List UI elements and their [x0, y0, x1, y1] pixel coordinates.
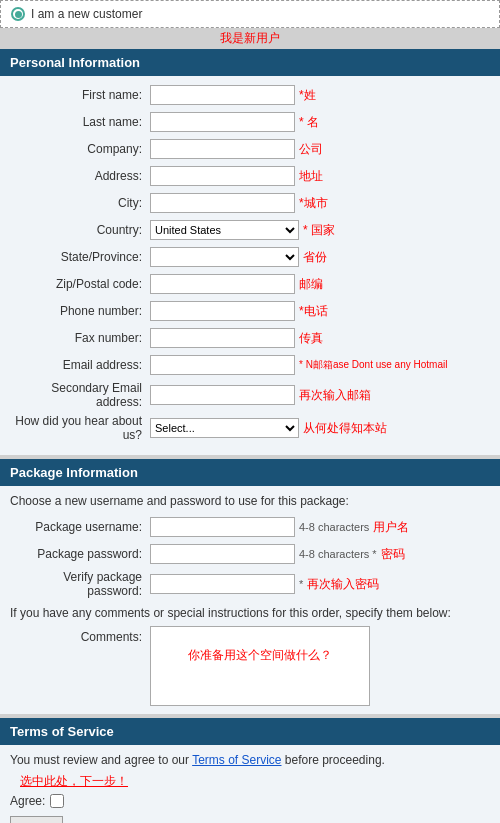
agree-checkbox[interactable] [50, 794, 64, 808]
email2-input[interactable] [150, 385, 295, 405]
country-annotation: * 国家 [303, 222, 335, 239]
email2-annotation: 再次输入邮箱 [299, 387, 371, 404]
pkg-pass2-wrap: * 再次输入密码 [150, 574, 490, 594]
last-name-row: Last name: * 名 [10, 111, 490, 133]
pkg-user-label: Package username: [10, 520, 150, 534]
comments-row: Comments: 你准备用这个空间做什么？ [10, 626, 490, 706]
email2-row: Secondary Email address: 再次输入邮箱 [10, 381, 490, 409]
tos-title: Terms of Service [10, 724, 114, 739]
email-wrap: * N邮箱ase Dont use any Hotmail [150, 355, 490, 375]
pkg-user-note: 4-8 characters [299, 521, 369, 533]
package-info-body: Choose a new username and password to us… [0, 486, 500, 714]
phone-label: Phone number: [10, 304, 150, 318]
personal-info-header: Personal Information [0, 49, 500, 76]
phone-wrap: *电话 [150, 301, 490, 321]
city-label: City: [10, 196, 150, 210]
last-name-input[interactable] [150, 112, 295, 132]
state-label: State/Province: [10, 250, 150, 264]
new-customer-chinese: 我是新用户 [220, 31, 280, 45]
pkg-user-input[interactable] [150, 517, 295, 537]
hear-row: How did you hear about us? Select... Sea… [10, 414, 490, 442]
last-name-annotation: * 名 [299, 114, 319, 131]
agree-label: Agree: [10, 794, 45, 808]
pkg-user-row: Package username: 4-8 characters 用户名 [10, 516, 490, 538]
tos-header: Terms of Service [0, 718, 500, 745]
email-input[interactable] [150, 355, 295, 375]
new-customer-radio[interactable] [11, 7, 25, 21]
country-wrap: United States China Canada United Kingdo… [150, 220, 490, 240]
package-desc: Choose a new username and password to us… [10, 494, 490, 508]
company-wrap: 公司 [150, 139, 490, 159]
pkg-pass2-annotation: 再次输入密码 [307, 576, 379, 593]
country-label: Country: [10, 223, 150, 237]
state-row: State/Province: Alabama California New Y… [10, 246, 490, 268]
country-select[interactable]: United States China Canada United Kingdo… [150, 220, 299, 240]
email2-label: Secondary Email address: [10, 381, 150, 409]
tos-body: You must review and agree to our Terms o… [0, 745, 500, 823]
zip-input[interactable] [150, 274, 295, 294]
package-info-section: Package Information Choose a new usernam… [0, 459, 500, 714]
package-info-header: Package Information [0, 459, 500, 486]
fax-annotation: 传真 [299, 330, 323, 347]
comments-textarea[interactable]: 你准备用这个空间做什么？ [150, 626, 370, 706]
zip-label: Zip/Postal code: [10, 277, 150, 291]
pkg-pass2-label: Verify package password: [10, 570, 150, 598]
fax-input[interactable] [150, 328, 295, 348]
pkg-user-annotation: 用户名 [373, 519, 409, 536]
pkg-pass2-note: * [299, 578, 303, 590]
personal-info-title: Personal Information [10, 55, 140, 70]
city-wrap: *城市 [150, 193, 490, 213]
pkg-pass-label: Package password: [10, 547, 150, 561]
address-wrap: 地址 [150, 166, 490, 186]
email-label: Email address: [10, 358, 150, 372]
state-annotation: 省份 [303, 249, 327, 266]
pkg-pass-row: Package password: 4-8 characters * 密码 [10, 543, 490, 565]
tos-text2: before proceeding. [281, 753, 384, 767]
first-name-input[interactable] [150, 85, 295, 105]
phone-annotation: *电话 [299, 303, 328, 320]
email-row: Email address: * N邮箱ase Dont use any Hot… [10, 354, 490, 376]
pkg-pass2-input[interactable] [150, 574, 295, 594]
new-customer-label: I am a new customer [31, 7, 142, 21]
address-label: Address: [10, 169, 150, 183]
fax-label: Fax number: [10, 331, 150, 345]
tos-annotation: 选中此处，下一步！ [20, 774, 128, 788]
company-label: Company: [10, 142, 150, 156]
city-input[interactable] [150, 193, 295, 213]
city-row: City: *城市 [10, 192, 490, 214]
hear-annotation: 从何处得知本站 [303, 420, 387, 437]
pkg-pass2-row: Verify package password: * 再次输入密码 [10, 570, 490, 598]
radio-inner [15, 11, 22, 18]
city-annotation: *城市 [299, 195, 328, 212]
fax-row: Fax number: 传真 [10, 327, 490, 349]
state-wrap: Alabama California New York Texas 省份 [150, 247, 490, 267]
first-name-annotation: *姓 [299, 87, 316, 104]
pkg-pass-input[interactable] [150, 544, 295, 564]
email2-wrap: 再次输入邮箱 [150, 385, 490, 405]
package-info-title: Package Information [10, 465, 138, 480]
comments-label: Comments: [10, 626, 150, 644]
phone-input[interactable] [150, 301, 295, 321]
personal-info-section: Personal Information First name: *姓 Last… [0, 49, 500, 455]
next-button[interactable]: next [10, 816, 63, 823]
company-row: Company: 公司 [10, 138, 490, 160]
hear-label: How did you hear about us? [10, 414, 150, 442]
zip-annotation: 邮编 [299, 276, 323, 293]
company-input[interactable] [150, 139, 295, 159]
personal-info-body: First name: *姓 Last name: * 名 Company: 公… [0, 76, 500, 455]
agree-row: Agree: [10, 794, 490, 808]
zip-row: Zip/Postal code: 邮编 [10, 273, 490, 295]
hear-select[interactable]: Select... Search Engine Friend Advertise… [150, 418, 299, 438]
pkg-user-wrap: 4-8 characters 用户名 [150, 517, 490, 537]
last-name-wrap: * 名 [150, 112, 490, 132]
email-annotation: * N邮箱ase Dont use any Hotmail [299, 358, 447, 372]
address-annotation: 地址 [299, 168, 323, 185]
state-select[interactable]: Alabama California New York Texas [150, 247, 299, 267]
new-customer-bar: I am a new customer [0, 0, 500, 28]
address-row: Address: 地址 [10, 165, 490, 187]
first-name-label: First name: [10, 88, 150, 102]
first-name-wrap: *姓 [150, 85, 490, 105]
address-input[interactable] [150, 166, 295, 186]
pkg-pass-wrap: 4-8 characters * 密码 [150, 544, 490, 564]
tos-link[interactable]: Terms of Service [192, 753, 281, 767]
